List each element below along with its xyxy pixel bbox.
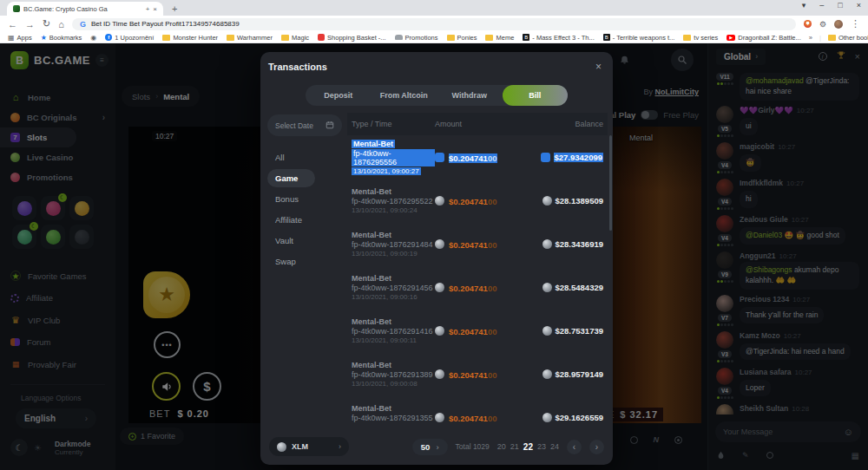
bookmark-dragonball-z-battle[interactable]: ▶Dragonball Z: Battle... bbox=[727, 34, 801, 42]
bookmark-meme[interactable]: Meme bbox=[485, 34, 514, 42]
amount-main: $0.204741 bbox=[449, 284, 488, 293]
transaction-id: fp-4tk0ww-1876291456 bbox=[352, 284, 433, 292]
people-icon bbox=[395, 35, 403, 40]
new-tab-button[interactable]: + bbox=[172, 3, 177, 14]
back-button[interactable]: ← bbox=[8, 19, 17, 29]
bookmark-promotions[interactable]: Promotions bbox=[395, 34, 438, 42]
transaction-row[interactable]: Mental-Betfp-4tk0ww-187629552213/10/2021… bbox=[347, 179, 608, 222]
url-bar[interactable]: G Bet ID Time Bet Payout Profit171349574… bbox=[72, 18, 796, 30]
filter-affiliate[interactable]: Affiliate bbox=[267, 211, 342, 229]
bookmark-warhammer[interactable]: Warhammer bbox=[227, 34, 273, 42]
pin-icon[interactable]: + bbox=[146, 5, 150, 13]
filter-swap[interactable]: Swap bbox=[267, 252, 342, 271]
bookmark-tv-series[interactable]: tv series bbox=[683, 34, 718, 42]
grid-icon: ▦ bbox=[8, 34, 15, 42]
bookmark-mass-effect-3-th[interactable]: B- Mass Effect 3 - Th... bbox=[523, 34, 594, 42]
transaction-type: Mental-Bet bbox=[352, 231, 391, 239]
coin-icon bbox=[435, 369, 444, 379]
filter-bonus[interactable]: Bonus bbox=[267, 190, 342, 208]
transaction-type: Mental-Bet bbox=[352, 317, 391, 326]
transaction-amount: $0.20474100 bbox=[435, 193, 522, 208]
bookmark-ponies[interactable]: Ponies bbox=[447, 34, 477, 42]
pagination: 2021222324 bbox=[497, 442, 559, 452]
bookmark-label: tv series bbox=[694, 34, 718, 42]
profile-avatar[interactable] bbox=[834, 20, 843, 29]
folder-icon bbox=[447, 35, 455, 41]
transaction-row[interactable]: Mental-Betfp-4tk0ww-187629138913/10/2021… bbox=[347, 352, 608, 395]
currency-select[interactable]: XLM › bbox=[269, 437, 349, 456]
transaction-type: Mental-Bet bbox=[352, 187, 391, 196]
transaction-amount: $0.20474100 bbox=[435, 409, 522, 425]
maximize-button[interactable]: □ bbox=[838, 1, 842, 10]
transaction-amount: $0.20474100 bbox=[435, 366, 522, 382]
transaction-row[interactable]: Mental-Betfp-4tk0ww-187629141613/10/2021… bbox=[347, 309, 608, 352]
next-page-button[interactable]: › bbox=[589, 440, 604, 454]
balance-value: $28.7531739 bbox=[556, 326, 603, 336]
bookmark-bookmarks[interactable]: ★Bookmarks bbox=[41, 34, 82, 42]
tab-deposit[interactable]: Deposit bbox=[306, 85, 372, 106]
extensions-puzzle-icon[interactable]: ⚙ bbox=[819, 20, 826, 29]
address-bar-row: ← → ↻ ⌂ G Bet ID Time Bet Payout Profit1… bbox=[0, 16, 868, 32]
page-20[interactable]: 20 bbox=[497, 442, 506, 451]
transaction-row[interactable]: Mental-Betfp-4tk0ww-187629148413/10/2021… bbox=[347, 222, 608, 265]
transaction-type: Mental-Bet bbox=[352, 361, 391, 369]
modal-close-icon[interactable]: × bbox=[595, 61, 602, 73]
page-21[interactable]: 21 bbox=[510, 442, 519, 451]
scrollbar[interactable] bbox=[609, 135, 612, 231]
page-22[interactable]: 22 bbox=[523, 442, 533, 452]
filter-all[interactable]: All bbox=[267, 148, 342, 166]
browser-menu-icon[interactable]: ⋮ bbox=[851, 18, 860, 29]
tab-withdraw[interactable]: Withdraw bbox=[437, 85, 503, 106]
page-23[interactable]: 23 bbox=[537, 442, 546, 451]
bookmark-globe[interactable]: ◉ bbox=[90, 34, 96, 42]
bookmark-terrible-weapons-t[interactable]: B- Terrible weapons t... bbox=[603, 34, 675, 42]
filter-vault[interactable]: Vault bbox=[267, 232, 342, 250]
calendar-icon bbox=[326, 121, 334, 131]
bookmark-label: - Mass Effect 3 - Th... bbox=[532, 34, 594, 42]
transaction-date: 13/10/2021, 09:00:11 bbox=[352, 336, 417, 344]
table-header: Type / Time Amount Balance bbox=[347, 113, 608, 135]
transaction-info: Mental-Betfp-4tk0ww-187629555613/10/2021… bbox=[352, 140, 435, 175]
bookmark-magic[interactable]: Magic bbox=[281, 34, 309, 42]
tab-bill[interactable]: Bill bbox=[503, 85, 569, 106]
transaction-id: fp-4tk0ww-1876295556 bbox=[352, 149, 435, 166]
select-date-button[interactable]: Select Date bbox=[267, 114, 342, 136]
balance-value: $28.9579149 bbox=[556, 369, 603, 379]
transaction-balance: $28.5484329 bbox=[522, 283, 603, 292]
transaction-row[interactable]: Mental-Betfp-4tk0ww-187629135513/10/2021… bbox=[347, 395, 608, 425]
bcgame-page: B BC.GAME ≡ ⌂HomeBC Originals›7SlotsLive… bbox=[0, 43, 868, 470]
filter-game[interactable]: Game bbox=[267, 169, 315, 187]
tab-from-altcoin[interactable]: From Altcoin bbox=[372, 85, 437, 106]
transaction-row[interactable]: Mental-Betfp-4tk0ww-187629555613/10/2021… bbox=[347, 135, 608, 179]
bsq-icon: B bbox=[523, 34, 529, 41]
minimize-button[interactable]: – bbox=[819, 1, 824, 10]
bookmark-label: Meme bbox=[496, 34, 514, 42]
transaction-date: 13/10/2021, 09:00:05 bbox=[352, 423, 418, 426]
divider: | bbox=[819, 34, 821, 42]
page-24[interactable]: 24 bbox=[550, 442, 559, 451]
browser-tab[interactable]: BC.Game: Crypto Casino Ga + × bbox=[7, 2, 163, 16]
tab-close-icon[interactable]: × bbox=[153, 5, 157, 13]
window-close-button[interactable]: × bbox=[857, 1, 861, 10]
transaction-type: Mental-Bet bbox=[352, 140, 395, 148]
extension-icon[interactable] bbox=[804, 20, 812, 28]
prev-page-button[interactable]: ‹ bbox=[567, 440, 582, 454]
transactions-table: Type / Time Amount Balance Mental-Betfp-… bbox=[347, 113, 608, 425]
other-bookmarks[interactable]: Other bookmarks bbox=[828, 34, 868, 42]
select-date-label: Select Date bbox=[275, 121, 313, 130]
reload-button[interactable]: ↻ bbox=[43, 18, 50, 29]
bookmarks-overflow-icon[interactable]: » bbox=[809, 34, 812, 42]
bookmark-1-upozorn-n[interactable]: f1 Upozornění bbox=[105, 34, 154, 42]
home-button[interactable]: ⌂ bbox=[58, 19, 64, 29]
window-menu-icon[interactable]: ▾ bbox=[802, 1, 806, 10]
bookmark-monster-hunter[interactable]: Monster Hunter bbox=[162, 34, 218, 42]
bookmark-apps[interactable]: ▦Apps bbox=[8, 34, 32, 42]
bookmark-label: Apps bbox=[17, 34, 32, 42]
modal-title: Transactions bbox=[268, 62, 327, 72]
amount-main: $0.204741 bbox=[449, 327, 488, 336]
star-icon: ★ bbox=[41, 34, 47, 42]
page-size-select[interactable]: 50 › bbox=[412, 439, 448, 455]
bookmark-shopping-basket[interactable]: Shopping Basket -... bbox=[318, 34, 386, 42]
transaction-row[interactable]: Mental-Betfp-4tk0ww-187629145613/10/2021… bbox=[347, 265, 608, 309]
forward-button[interactable]: → bbox=[25, 19, 35, 29]
